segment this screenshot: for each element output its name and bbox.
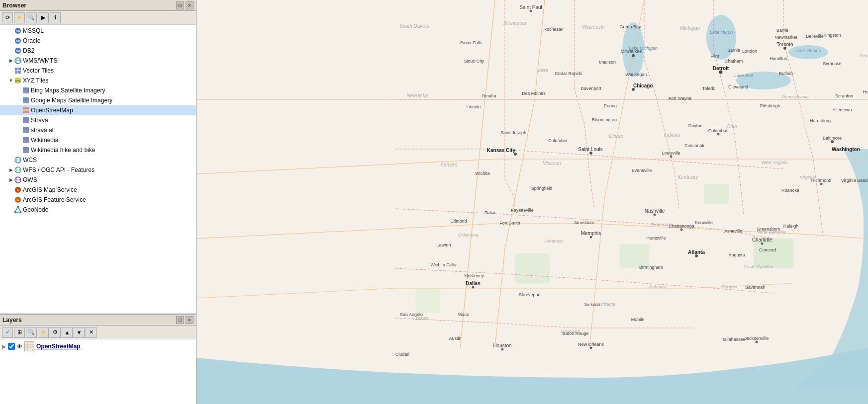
svg-text:Minnesota: Minnesota (503, 20, 527, 26)
svg-text:Alabama: Alabama (648, 284, 666, 289)
svg-text:Toledo: Toledo (702, 86, 716, 91)
layers-resize-icon[interactable]: ⊡ (176, 316, 184, 324)
layers-title: Layers (2, 317, 22, 323)
layers-properties-btn[interactable]: ⚙ (50, 327, 61, 338)
svg-text:XYZ: XYZ (15, 80, 21, 82)
svg-text:Missouri: Missouri (542, 161, 561, 166)
svg-text:Fayetteville: Fayetteville (511, 208, 534, 213)
svg-point-51 (706, 15, 736, 60)
tree-item-ows[interactable]: ▶ OWS (0, 175, 196, 185)
svg-text:DB: DB (16, 50, 20, 53)
svg-text:Edmond: Edmond (450, 219, 467, 224)
tree-item-wikimedia[interactable]: Wikimedia (0, 135, 196, 145)
browser-resize-icon[interactable]: ⊡ (176, 1, 184, 9)
svg-text:Lake Erie: Lake Erie (734, 73, 753, 78)
browser-toolbar: ⟳ ⚡ 🔍 ▶ ℹ (0, 11, 196, 25)
tree-item-wms[interactable]: ▶ WMS/WMTS (0, 56, 196, 66)
tree-item-wikimedia-hike[interactable]: Wikimedia hike and bike (0, 145, 196, 155)
tree-item-geonode[interactable]: GeoNode (0, 205, 196, 215)
browser-header-icons: ⊡ ✕ (176, 1, 193, 9)
svg-text:Tennessee: Tennessee (651, 222, 673, 227)
svg-text:Lawton: Lawton (436, 242, 451, 247)
layers-down-btn[interactable]: ▼ (74, 327, 85, 338)
layers-remove-btn[interactable]: ✕ (86, 327, 96, 338)
layers-panel-header: Layers ⊡ ✕ (0, 315, 196, 325)
svg-text:Bloomington: Bloomington (592, 117, 617, 122)
expand-arrow-mssql (8, 28, 14, 34)
tree-item-mssql[interactable]: DB MSSQL (0, 26, 196, 36)
layer-item-osm[interactable]: ▶ 👁 OpenStreetMap (0, 340, 196, 352)
tree-item-bing[interactable]: Bing Maps Satellite Imagery (0, 85, 196, 95)
svg-text:Knoxville: Knoxville (695, 220, 713, 225)
svg-rect-49 (196, 0, 868, 404)
svg-text:Evansville: Evansville (632, 168, 652, 173)
browser-close-icon[interactable]: ✕ (186, 1, 193, 9)
map-area[interactable]: Saint Paul Rochester Sioux Falls Green B… (196, 0, 868, 404)
wms-icon (14, 57, 22, 65)
layers-add-btn[interactable]: ⊞ (14, 327, 25, 338)
svg-text:Jacksonville: Jacksonville (745, 336, 769, 341)
svg-text:Rochester: Rochester (543, 27, 564, 32)
expand-arrow-bing (16, 87, 22, 93)
expand-arrow-arcgis-feat (8, 197, 14, 203)
main-layout: Browser ⊡ ✕ ⟳ ⚡ 🔍 ▶ ℹ DB (0, 0, 868, 404)
svg-rect-58 (704, 184, 729, 204)
svg-rect-46 (25, 346, 34, 348)
svg-text:Mobile: Mobile (631, 317, 645, 322)
svg-text:Detroit: Detroit (713, 66, 729, 71)
expand-arrow-vector (8, 68, 14, 74)
tree-item-wfs[interactable]: ▶ WFS / OGC API - Features (0, 165, 196, 175)
layers-filter-btn[interactable]: 🔍 (26, 327, 37, 338)
toolbar-add-btn[interactable]: ⚡ (14, 12, 25, 23)
svg-text:Wichita Falls: Wichita Falls (430, 262, 456, 267)
tree-item-google[interactable]: Google Maps Satellite Imagery (0, 95, 196, 105)
svg-rect-57 (415, 288, 440, 313)
toolbar-filter-btn[interactable]: 🔍 (26, 12, 37, 23)
layer-checkbox-osm[interactable] (8, 343, 15, 350)
tree-item-arcgis-feat[interactable]: A ArcGIS Feature Service (0, 195, 196, 205)
db2-icon: DB (14, 47, 22, 55)
toolbar-collapse-btn[interactable]: ▶ (38, 12, 49, 23)
svg-text:Vermont: Vermont (860, 53, 868, 58)
expand-arrow-wikimedia-hike (16, 147, 22, 153)
layers-close-icon[interactable]: ✕ (186, 316, 193, 324)
expand-arrow-google (16, 97, 22, 103)
vector-tiles-icon (14, 67, 22, 75)
svg-text:Chattanooga: Chattanooga (669, 224, 694, 229)
tree-item-arcgis-map[interactable]: A ArcGIS Map Service (0, 185, 196, 195)
tree-item-vector-tiles[interactable]: Vector Tiles (0, 66, 196, 76)
tree-item-wcs[interactable]: WCS (0, 155, 196, 165)
tree-label-wikimedia: Wikimedia (31, 137, 58, 144)
tree-item-oracle[interactable]: DB Oracle (0, 36, 196, 46)
svg-text:Roanoke: Roanoke (781, 188, 799, 193)
tree-item-db2[interactable]: DB DB2 (0, 46, 196, 56)
layers-toggle-btn[interactable]: ✔ (2, 327, 13, 338)
expand-arrow-wcs (8, 157, 14, 163)
tree-item-strava[interactable]: Strava (0, 115, 196, 125)
toolbar-refresh-btn[interactable]: ⟳ (2, 12, 13, 23)
svg-text:New Orleans: New Orleans (578, 342, 604, 347)
svg-text:London: London (742, 49, 757, 54)
svg-text:Kansas City: Kansas City (487, 148, 516, 153)
svg-text:Chatham: Chatham (725, 59, 743, 64)
browser-title: Browser (2, 2, 26, 9)
svg-point-76 (590, 236, 592, 239)
svg-text:Louisville: Louisville (662, 151, 680, 156)
svg-text:Arkansas: Arkansas (544, 239, 564, 243)
toolbar-info-btn[interactable]: ℹ (50, 12, 61, 23)
layer-name-osm[interactable]: OpenStreetMap (36, 343, 81, 350)
svg-point-70 (472, 286, 475, 289)
tree-item-xyz[interactable]: ▼ XYZ XYZ Tiles (0, 76, 196, 85)
svg-text:Belleville: Belleville (806, 34, 824, 39)
wfs-icon (14, 166, 22, 174)
layer-eye-osm: 👁 (17, 343, 22, 349)
layers-style-btn[interactable]: ⚡ (38, 327, 49, 338)
tree-item-osm[interactable]: OpenStreetMap (0, 105, 196, 115)
tree-item-strava-all[interactable]: strava all (0, 125, 196, 135)
geonode-icon (14, 206, 22, 214)
svg-text:Chicago: Chicago (633, 83, 653, 88)
map-svg: Saint Paul Rochester Sioux Falls Green B… (196, 0, 868, 404)
tree-label-mssql: MSSQL (23, 27, 44, 34)
layers-up-btn[interactable]: ▲ (62, 327, 73, 338)
tree-label-wms: WMS/WMTS (23, 57, 57, 64)
